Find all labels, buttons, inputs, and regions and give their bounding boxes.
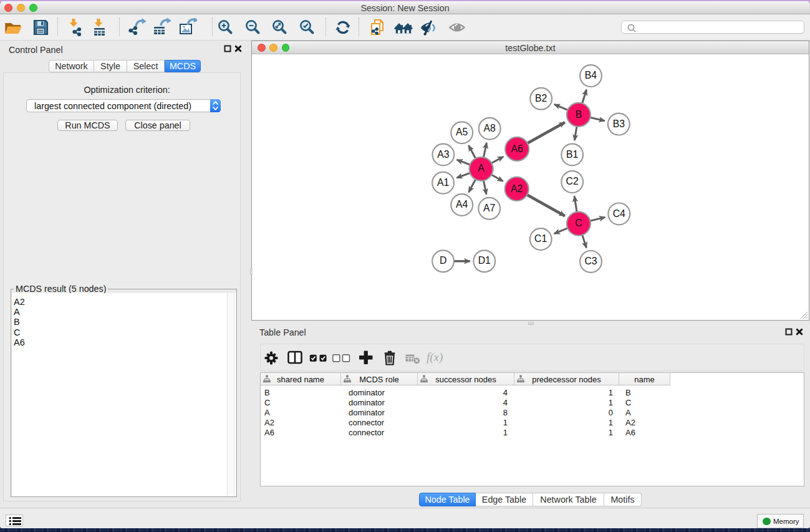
svg-text:A5: A5 [456,127,468,137]
svg-text:A6: A6 [511,143,524,153]
svg-text:C4: C4 [613,208,625,218]
svg-text:B2: B2 [535,92,547,103]
svg-text:B1: B1 [566,148,579,159]
svg-text:A3: A3 [437,148,450,159]
svg-text:B3: B3 [613,118,625,128]
svg-text:B: B [576,109,582,119]
svg-text:A8: A8 [484,122,496,133]
svg-text:C2: C2 [566,176,579,186]
svg-text:C3: C3 [584,256,597,266]
svg-text:A7: A7 [483,202,495,213]
svg-text:A4: A4 [456,199,468,210]
svg-text:D1: D1 [478,255,491,266]
svg-text:A: A [478,163,485,173]
svg-text:C1: C1 [534,233,547,244]
svg-text:A1: A1 [437,177,450,187]
svg-text:C: C [575,218,582,228]
svg-text:B4: B4 [585,70,597,80]
svg-text:D: D [440,255,446,266]
svg-text:A2: A2 [511,183,523,193]
